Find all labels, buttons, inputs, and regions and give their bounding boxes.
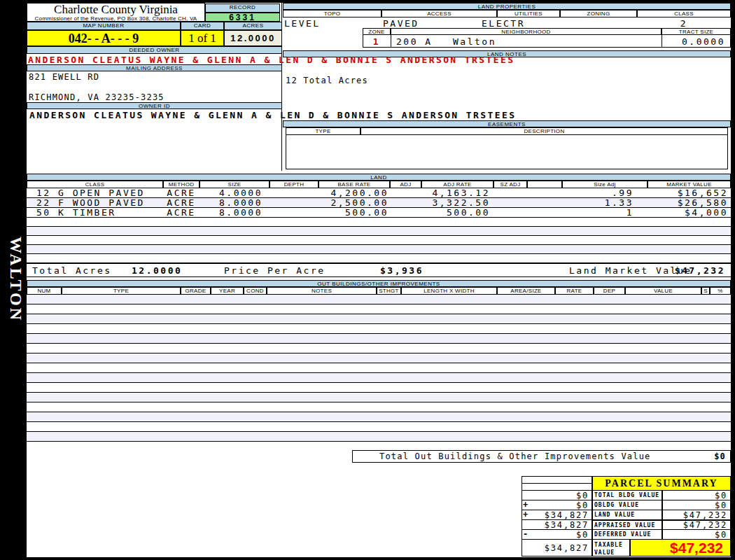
outb-col-rate: RATE (555, 287, 594, 295)
land-class: 12 G OPEN PAVED (36, 188, 145, 198)
taxable-label: TAXABLE VALUE (592, 539, 630, 556)
land-size: 8.0000 (200, 198, 262, 208)
parcel-summary-title: PARCEL SUMMARY (592, 476, 731, 491)
utilities-label: UTILITIES (497, 10, 560, 18)
tract-size-value: 0.0000 (662, 36, 725, 47)
psum-label: LAND VALUE (592, 510, 662, 520)
deeded-owner-label: DEEDED OWNER (27, 46, 282, 54)
land-totals-row: Total Acres 12.0000 Price Per Acre $3,93… (27, 263, 731, 277)
land-row: 50 K TIMBER ACRE 8.0000 500.00 500.00 1 … (27, 208, 731, 218)
outb-col-notes: NOTES (267, 287, 377, 295)
outb-col-s: S (701, 287, 710, 295)
county-title-box: Charlotte County Virginia Commissioner o… (27, 3, 205, 22)
address-line1: 821 EWELL RD (29, 72, 99, 82)
land-size-adj: 1 (562, 208, 634, 218)
tract-size-label: TRACT SIZE (662, 28, 731, 35)
land-adj-rate: 3,322.50 (421, 198, 490, 208)
land-col-blank (527, 181, 562, 188)
psum-left-value: $34,827 (522, 510, 592, 520)
card-label: CARD (181, 22, 224, 30)
record-label: RECORD (205, 4, 280, 13)
owner-panel: Charlotte County Virginia Commissioner o… (27, 3, 282, 171)
psum-op-obldg: + (523, 500, 528, 510)
topo-label: TOPO (283, 10, 382, 18)
psum-op-land: + (523, 510, 528, 519)
acres-value: 12.0000 (224, 30, 282, 46)
land-properties-panel: LAND PROPERTIES TOPO ACCESS UTILITIES ZO… (283, 3, 731, 171)
sidebar-district-label: WALTON (3, 237, 25, 322)
zone-label: ZONE (363, 28, 391, 35)
land-properties-title: LAND PROPERTIES (283, 3, 731, 10)
class-value: 2 (637, 18, 731, 29)
land-notes-text: 12 Total Acres (286, 76, 368, 85)
topo-value: LEVEL (284, 18, 321, 29)
price-per-acre-value: $3,936 (380, 264, 424, 278)
outb-col-value: VALUE (625, 287, 701, 295)
outb-col-dep: DEP (594, 287, 625, 295)
zoning-label: ZONING (560, 10, 637, 18)
taxable-left-value: $34,827 (522, 539, 592, 556)
land-row: 12 G OPEN PAVED ACRE 4.0000 4,200.00 4,1… (27, 188, 731, 198)
outb-col-pct-comp: % COMP (710, 287, 731, 295)
property-record-card: WALTON Charlotte County Virginia Commiss… (0, 0, 735, 560)
psum-op-deferred: - (523, 529, 528, 539)
neighborhood-label: NEIGHBORHOOD (391, 28, 662, 35)
neighborhood-code: 200 A (396, 36, 433, 47)
land-method: ACRE (163, 188, 200, 198)
land-class: 50 K TIMBER (36, 208, 116, 218)
land-adj-rate: 4,163.12 (421, 188, 490, 198)
psum-label: OBLDG VALUE (592, 500, 662, 510)
record-value: 6331 (205, 13, 280, 22)
easements-title: EASEMENTS (283, 120, 731, 127)
neighborhood-name: Walton (453, 36, 496, 47)
psum-value: $0 (662, 490, 731, 500)
out-buildings-total-row: Total Out Buildings & Other Improvements… (352, 450, 731, 463)
zone-value: 1 (363, 36, 391, 47)
psum-left-value: $0 (522, 529, 592, 540)
land-size: 8.0000 (200, 208, 262, 218)
land-base-rate: 2,500.00 (318, 198, 388, 208)
price-per-acre-label: Price Per Acre (224, 264, 326, 278)
outb-col-sthgt: STHGT (377, 287, 401, 295)
psum-value: $0 (662, 529, 731, 540)
land-col-sz-adj-tbl: SZ ADJ TBL (493, 181, 527, 188)
total-acres-label: Total Acres (32, 264, 112, 278)
outb-col-length-width: LENGTH X WIDTH (401, 287, 497, 295)
land-method: ACRE (163, 198, 200, 208)
owner-id-label: OWNER ID (27, 102, 282, 109)
county-title: Charlotte County Virginia (27, 4, 204, 16)
psum-left-value: $34,827 (522, 519, 592, 530)
out-buildings-total-value: $0 (714, 451, 726, 463)
easements-empty-box (286, 134, 728, 169)
outb-col-grade: GRADE (181, 287, 211, 295)
land-market-value-total: $47,232 (675, 264, 725, 278)
land-row: 22 F WOOD PAVED ACRE 8.0000 2,500.00 3,3… (27, 198, 731, 208)
parcel-summary: PARCEL SUMMARY $0 TOTAL BLDG VALUE $0 $0… (522, 476, 731, 556)
out-buildings-title: OUT BUILDINGS/OTHER IMPROVEMENTS (27, 280, 731, 287)
utilities-value: ELECTR (482, 18, 525, 29)
total-acres-value: 12.0000 (132, 264, 182, 278)
out-buildings-total-label: Total Out Buildings & Other Improvements… (379, 451, 651, 463)
owner-id-value: ANDERSON CLEATUS WAYNE & GLENN A & LEN D… (29, 110, 516, 120)
acres-label: ACRES (224, 22, 282, 30)
record-block: RECORD 6331 (205, 4, 280, 22)
land-col-depth: DEPTH (270, 181, 318, 188)
psum-left-value: $0 (522, 500, 592, 510)
land-col-size-adj: Size Adj (562, 181, 648, 188)
psum-value: $0 (662, 500, 731, 510)
outb-col-area-size: AREA/SIZE (497, 287, 555, 295)
outb-col-type: TYPE (62, 287, 181, 295)
deeded-owner-value: ANDERSON CLEATUS WAYNE & GLENN A & LEN D… (28, 55, 514, 65)
commissioner-line: Commissioner of the Revenue, PO Box 308,… (27, 16, 204, 22)
land-size: 4.0000 (200, 188, 262, 198)
outb-col-num: NUM (27, 287, 62, 295)
land-class: 22 F WOOD PAVED (36, 198, 145, 208)
land-base-rate: 4,200.00 (318, 188, 388, 198)
land-adj-rate: 500.00 (421, 208, 490, 218)
land-market-value: $16,652 (648, 188, 728, 198)
outb-col-cond: COND (244, 287, 267, 295)
mailing-address-label: MAILING ADDRESS (27, 64, 282, 71)
map-number-value: 042- - A- - - 9 (27, 30, 181, 46)
taxable-value: $47,232 (630, 539, 731, 556)
land-size-adj: .99 (562, 188, 634, 198)
